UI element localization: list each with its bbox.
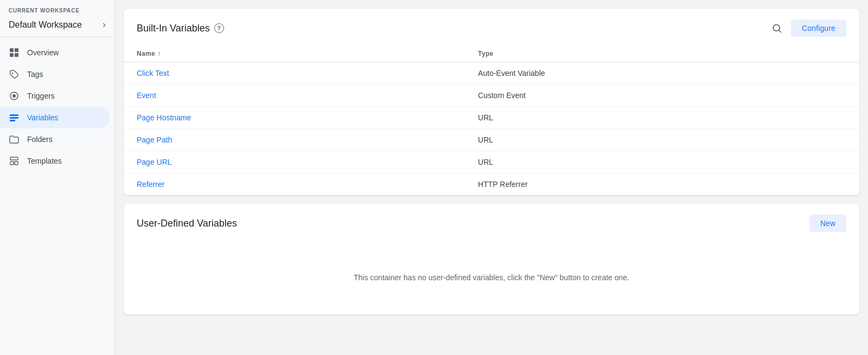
variable-type-cell: URL [465,107,859,129]
sort-arrow-icon: ↑ [157,50,161,57]
svg-point-4 [12,73,13,74]
search-button[interactable] [769,21,784,36]
templates-icon [9,156,20,166]
sidebar-item-templates-label: Templates [27,157,62,165]
sidebar-item-folders-label: Folders [27,135,53,144]
variable-name-cell: Event [124,85,465,107]
table-row: Event Custom Event [124,85,859,107]
variable-name-cell: Click Text [124,62,465,85]
variable-name-link[interactable]: Page Hostname [137,113,191,122]
svg-rect-0 [10,48,14,52]
empty-state: This container has no user-defined varia… [124,241,859,314]
variable-name-cell: Page Hostname [124,107,465,129]
sidebar-item-tags-label: Tags [27,70,43,79]
svg-rect-1 [15,48,18,52]
sidebar-item-variables[interactable]: Variables [0,107,110,128]
svg-rect-7 [10,114,18,116]
new-button[interactable]: New [809,215,846,232]
variable-type-cell: URL [465,151,859,173]
variable-name-link[interactable]: Referrer [137,180,164,189]
empty-state-message: This container has no user-defined varia… [354,273,629,282]
svg-rect-9 [10,120,15,121]
built-in-table-body: Click Text Auto-Event Variable Event Cus… [124,62,859,196]
svg-rect-3 [15,53,18,57]
table-row: Page Path URL [124,129,859,151]
variable-type-cell: Custom Event [465,85,859,107]
name-column-header: Name ↑ [124,46,465,62]
variable-name-link[interactable]: Page Path [137,135,172,144]
sidebar-item-variables-label: Variables [27,113,58,122]
variable-name-link[interactable]: Click Text [137,69,169,78]
table-row: Page Hostname URL [124,107,859,129]
table-row: Click Text Auto-Event Variable [124,62,859,85]
workspace-name: Default Workspace [9,20,82,30]
workspace-selector[interactable]: Default Workspace › [0,16,114,37]
svg-rect-10 [10,157,18,160]
user-defined-header: User-Defined Variables New [124,204,859,241]
chevron-right-icon: › [103,19,106,30]
variable-type-cell: Auto-Event Variable [465,62,859,85]
svg-rect-12 [15,162,18,165]
variables-icon [9,112,20,123]
sidebar-item-tags[interactable]: Tags [0,63,110,85]
built-in-title-row: Built-In Variables ? [137,23,224,34]
table-row: Referrer HTTP Referrer [124,173,859,196]
built-in-variables-card: Built-In Variables ? Configure N [124,9,859,195]
built-in-title: Built-In Variables [137,23,210,34]
svg-rect-11 [10,162,14,165]
sidebar: CURRENT WORKSPACE Default Workspace › Ov… [0,0,115,355]
table-row: Page URL URL [124,151,859,173]
user-defined-title: User-Defined Variables [137,218,237,229]
help-icon[interactable]: ? [214,23,224,33]
sidebar-nav: Overview Tags Triggers [0,37,114,355]
built-in-actions: Configure [769,20,846,37]
type-column-header: Type [465,46,859,62]
workspace-label: CURRENT WORKSPACE [0,0,114,16]
svg-rect-8 [10,117,18,119]
variable-name-cell: Page URL [124,151,465,173]
user-defined-variables-card: User-Defined Variables New This containe… [124,204,859,314]
sidebar-item-triggers-label: Triggers [27,92,55,100]
svg-rect-2 [10,53,14,57]
variable-name-link[interactable]: Page URL [137,158,172,166]
variable-name-cell: Page Path [124,129,465,151]
sidebar-item-triggers[interactable]: Triggers [0,85,110,107]
table-head: Name ↑ Type [124,46,859,62]
variable-name-link[interactable]: Event [137,91,156,100]
variable-type-cell: HTTP Referrer [465,173,859,196]
sidebar-item-overview-label: Overview [27,48,59,57]
triggers-icon [9,91,20,101]
tags-icon [9,69,20,80]
configure-button[interactable]: Configure [791,20,846,37]
sidebar-item-templates[interactable]: Templates [0,150,110,172]
built-in-header: Built-In Variables ? Configure [124,9,859,46]
sidebar-item-overview[interactable]: Overview [0,42,110,63]
folders-icon [9,134,20,145]
svg-point-6 [12,94,16,98]
variable-type-cell: URL [465,129,859,151]
overview-icon [9,47,20,58]
variable-name-cell: Referrer [124,173,465,196]
sidebar-item-folders[interactable]: Folders [0,128,110,150]
built-in-table: Name ↑ Type Click Text Auto-Event Variab… [124,46,859,195]
main-content: Built-In Variables ? Configure N [115,0,868,355]
